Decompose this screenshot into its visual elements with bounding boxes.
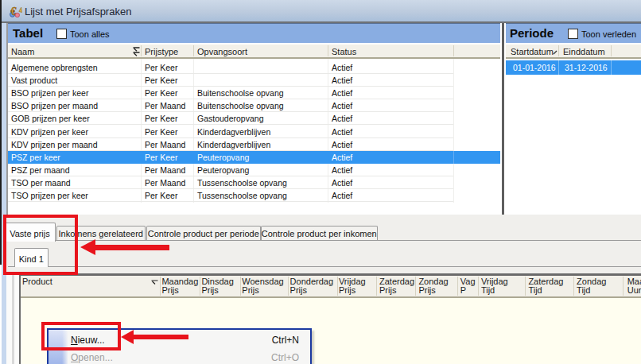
menu-item-shortcut: Ctrl+O bbox=[271, 352, 299, 363]
product-column-header-zondag[interactable]: Zondag Prijs bbox=[418, 277, 448, 296]
product-column-header-donderdag[interactable]: Donderdag Prijs bbox=[290, 277, 333, 296]
cell-prijstype: Per Keer bbox=[145, 127, 177, 137]
toon-verleden-checkbox[interactable] bbox=[568, 29, 578, 39]
cell-naam: Algemene opbrengsten bbox=[11, 63, 98, 72]
tab-controle-product-per-inkomen[interactable]: Controle product per inkomen bbox=[261, 226, 379, 241]
column-divider bbox=[328, 45, 328, 56]
cell-status: Actief bbox=[332, 165, 352, 175]
column-divider bbox=[193, 45, 194, 56]
product-column-header-maandag[interactable]: Maandag Uur bbox=[627, 277, 641, 296]
product-grid-header: ProductMaandag PrijsDinsdag PrijsWoensda… bbox=[21, 276, 641, 298]
cell-status: Actief bbox=[332, 127, 352, 137]
panel-vertical-separator bbox=[502, 23, 504, 215]
periode-section-title: Periode bbox=[510, 26, 554, 40]
periode-row[interactable]: 01-01-201631-12-2016 bbox=[506, 60, 641, 75]
product-column-header-vrijdag[interactable]: Vrijdag Prijs bbox=[339, 277, 366, 296]
cell-prijstype: Per Keer bbox=[145, 114, 177, 123]
cell-naam: TSO per maand bbox=[11, 178, 71, 188]
table-row[interactable]: Vast productPer KeerActief bbox=[8, 74, 500, 87]
cell-naam: PSZ per keer bbox=[11, 153, 60, 162]
cell-opvangsoort: Tussenschoolse opvang bbox=[197, 191, 287, 200]
cell-prijstype: Per Keer bbox=[145, 153, 177, 162]
product-left-margin-line bbox=[12, 273, 14, 364]
periode-grid-header: StartdatumEinddatum bbox=[506, 45, 641, 59]
main-tabstrip-baseline bbox=[4, 240, 641, 241]
cell-naam: GOB prijzen per keer bbox=[11, 114, 90, 123]
periode-column-header-einddatum[interactable]: Einddatum bbox=[563, 47, 605, 56]
column-divider bbox=[415, 277, 416, 296]
naam-sort-icon bbox=[133, 47, 140, 56]
tabel-section-header: Tabel Toon alles bbox=[8, 23, 500, 43]
table-row[interactable]: TSO per maandPer MaandTussenschoolse opv… bbox=[8, 176, 500, 189]
cell-status: Actief bbox=[332, 88, 352, 98]
column-divider bbox=[478, 277, 479, 296]
table-row[interactable]: BSO prijzen per maandPer MaandBuitenscho… bbox=[8, 99, 500, 112]
cell-einddatum: 31-12-2016 bbox=[565, 63, 608, 72]
product-column-header-zondag[interactable]: Zondag Tijd bbox=[577, 277, 606, 296]
product-column-header-dinsdag[interactable]: Dinsdag Prijs bbox=[201, 277, 233, 296]
cell-naam: PSZ per maand bbox=[11, 165, 70, 175]
cell-prijstype: Per Maand bbox=[145, 101, 185, 110]
table-row[interactable]: GOB prijzen per keerPer KeerGastouderopv… bbox=[8, 112, 500, 125]
cell-opvangsoort: Buitenschoolse opvang bbox=[197, 88, 284, 98]
menu-item-shortcut: Ctrl+N bbox=[272, 335, 299, 346]
table-row[interactable]: PSZ per maandPer MaandPeuteropvangActief bbox=[8, 164, 500, 176]
toon-alles-checkbox[interactable] bbox=[56, 29, 67, 39]
cell-status: Actief bbox=[332, 114, 352, 123]
cell-status: Actief bbox=[332, 140, 352, 149]
column-divider bbox=[288, 277, 289, 296]
table-row[interactable]: BSO prijzen per keerPer KeerBuitenschool… bbox=[8, 87, 500, 99]
product-column-header-zaterdag[interactable]: Zaterdag Tijd bbox=[528, 277, 563, 296]
column-divider bbox=[200, 277, 200, 296]
product-column-header-vrijdag[interactable]: Vrijdag Tijd bbox=[481, 277, 508, 296]
cell-opvangsoort: Peuteropvang bbox=[197, 165, 249, 175]
periode-cell-divider bbox=[558, 60, 559, 75]
tabel-column-header-status[interactable]: Status bbox=[332, 47, 356, 56]
app-euro-icon: € bbox=[10, 5, 22, 17]
cell-naam: BSO prijzen per keer bbox=[11, 88, 88, 98]
cell-naam: BSO prijzen per maand bbox=[11, 101, 98, 110]
product-column-header-maandag[interactable]: Maandag Prijs bbox=[161, 277, 198, 296]
cell-naam: KDV prijzen per keer bbox=[11, 127, 88, 137]
cell-prijstype: Per Maand bbox=[145, 165, 185, 175]
column-divider bbox=[141, 45, 142, 56]
tabel-grid-header: NaamPrijstypeOpvangsoortStatus bbox=[8, 45, 500, 59]
table-row[interactable]: Algemene opbrengstenPer KeerActief bbox=[8, 61, 500, 74]
cell-opvangsoort: Peuteropvang bbox=[197, 153, 249, 162]
cell-opvangsoort: Kinderdagverblijven bbox=[197, 140, 270, 149]
row-gridline bbox=[8, 201, 453, 202]
column-divider bbox=[558, 45, 559, 56]
application-window: € Lijst met Prijsafspraken Tabel Toon al… bbox=[0, 0, 641, 364]
cell-status: Actief bbox=[332, 178, 352, 188]
product-column-header-zaterdag[interactable]: Zaterdag Prijs bbox=[379, 277, 414, 296]
periode-column-header-startdatum[interactable]: Startdatum bbox=[511, 47, 554, 56]
cell-opvangsoort: Gastouderopvang bbox=[197, 114, 263, 123]
periode-cell-divider bbox=[611, 60, 612, 75]
product-column-header-product[interactable]: Product bbox=[22, 277, 52, 287]
column-divider bbox=[611, 45, 612, 56]
cell-status: Actief bbox=[332, 101, 352, 110]
table-row[interactable]: KDV prijzen per keerPer KeerKinderdagver… bbox=[8, 126, 500, 138]
tabel-column-header-opvangsoort[interactable]: Opvangsoort bbox=[197, 47, 247, 56]
tabs-highlight-box bbox=[3, 215, 78, 275]
tabel-column-header-prijstype[interactable]: Prijstype bbox=[145, 47, 178, 56]
column-divider bbox=[337, 277, 338, 296]
product-column-header-vag[interactable]: Vag P bbox=[460, 277, 476, 296]
tab-controle-product-per-periode[interactable]: Controle product per periode bbox=[146, 226, 261, 241]
startdatum-sort-icon bbox=[553, 47, 557, 52]
cell-status: Actief bbox=[332, 153, 352, 162]
table-row[interactable]: PSZ per keerPer KeerPeuteropvangActief bbox=[8, 151, 500, 164]
cell-naam: TSO prijzen per keer bbox=[11, 191, 88, 200]
tabel-column-header-naam[interactable]: Naam bbox=[11, 47, 34, 56]
cell-startdatum: 01-01-2016 bbox=[513, 63, 556, 72]
product-column-header-woensdag[interactable]: Woensdag Prijs bbox=[242, 277, 283, 296]
nieuw-highlight-box bbox=[41, 322, 121, 350]
cell-status: Actief bbox=[332, 63, 352, 72]
window-title: Lijst met Prijsafspraken bbox=[25, 6, 131, 17]
tabel-section-title: Tabel bbox=[13, 26, 43, 40]
cell-naam: KDV prijzen per maand bbox=[11, 140, 98, 149]
table-row[interactable]: KDV prijzen per maandPer MaandKinderdagv… bbox=[8, 138, 500, 151]
table-row[interactable]: TSO prijzen per keerPer KeerTussenschool… bbox=[8, 189, 500, 202]
cell-opvangsoort: Buitenschoolse opvang bbox=[197, 101, 284, 110]
title-bar[interactable]: € Lijst met Prijsafspraken bbox=[0, 0, 641, 21]
